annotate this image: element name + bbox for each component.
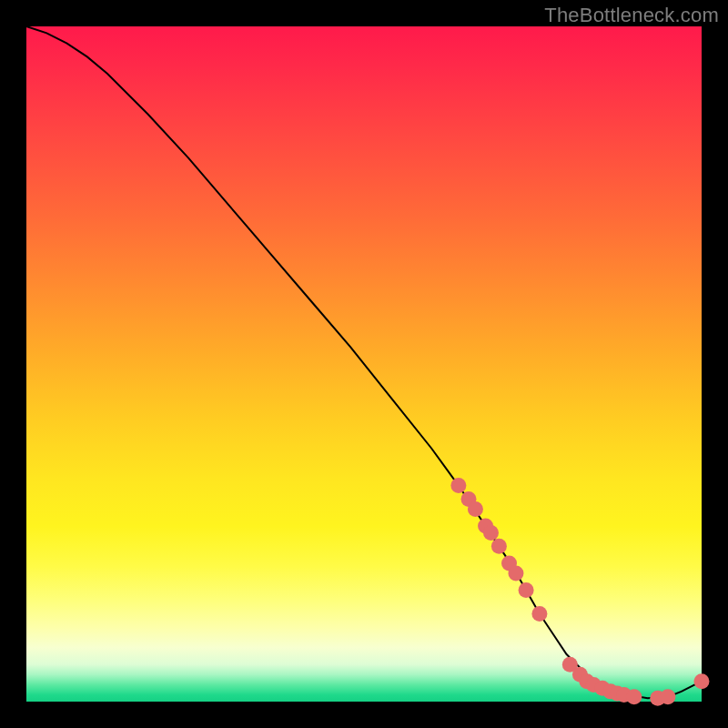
highlight-point xyxy=(450,478,466,493)
highlight-point xyxy=(694,673,710,689)
watermark-text: TheBottleneck.com xyxy=(544,4,719,27)
highlight-point xyxy=(660,689,675,704)
highlight-point xyxy=(508,566,523,581)
chart-frame: TheBottleneck.com xyxy=(0,0,728,728)
chart-overlay xyxy=(26,26,702,702)
bottleneck-curve-path xyxy=(26,26,702,698)
highlight-point xyxy=(519,582,534,598)
highlight-markers xyxy=(450,478,709,706)
highlight-point xyxy=(491,539,507,554)
highlight-point xyxy=(626,689,642,704)
highlight-point xyxy=(531,606,547,622)
chart-plot-area xyxy=(26,26,702,702)
highlight-point xyxy=(468,501,483,517)
highlight-point xyxy=(483,525,499,541)
